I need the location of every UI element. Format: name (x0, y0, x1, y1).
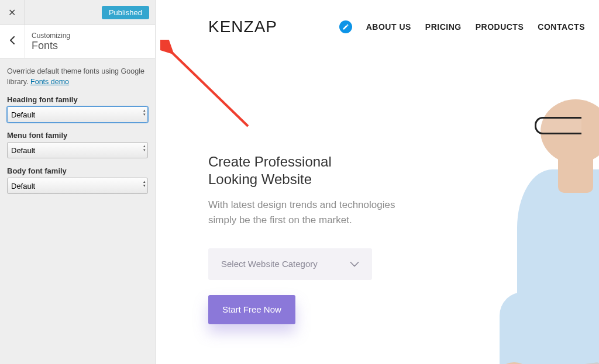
fonts-demo-link[interactable]: Fonts demo (30, 78, 69, 86)
section-description: Override default theme fonts using Googl… (0, 58, 155, 93)
category-select-placeholder: Select Website Category (221, 259, 318, 269)
close-icon: ✕ (8, 7, 16, 18)
nav-about[interactable]: ABOUT US (366, 22, 411, 32)
control-label: Heading font family (7, 95, 148, 104)
chevron-down-icon (350, 259, 359, 269)
hero-subtitle: With latest design trends and technologi… (208, 197, 401, 228)
menu-font-select[interactable]: Default (7, 142, 148, 158)
site-logo[interactable]: KENZAP (208, 18, 277, 36)
hero-title: Create Professional Looking Website (208, 153, 401, 188)
close-customizer-button[interactable]: ✕ (0, 0, 25, 25)
body-font-select[interactable]: Default (7, 178, 148, 194)
nav-products[interactable]: PRODUCTS (476, 22, 524, 32)
nav-pricing[interactable]: PRICING (425, 22, 462, 32)
control-body-font: Body font family Default ▴▾ (0, 164, 155, 200)
publish-button[interactable]: Published (102, 6, 149, 19)
control-menu-font: Menu font family Default ▴▾ (0, 129, 155, 164)
customizer-sidebar: ✕ Published Customizing Fonts Override d… (0, 0, 156, 364)
start-free-button[interactable]: Start Free Now (208, 295, 295, 324)
customizer-section-header: Customizing Fonts (0, 25, 155, 58)
control-heading-font: Heading font family Default ▴▾ (0, 93, 155, 129)
customizer-topbar: ✕ Published (0, 0, 155, 25)
control-label: Menu font family (7, 131, 148, 140)
pencil-icon (342, 23, 349, 30)
customizing-label: Customizing (32, 32, 70, 40)
nav-contacts[interactable]: CONTACTS (538, 22, 585, 32)
edit-shortcut-button[interactable] (339, 20, 352, 33)
hero-person-image (494, 70, 599, 364)
hero-section: Create Professional Looking Website With… (156, 42, 401, 324)
back-button[interactable] (0, 25, 25, 58)
control-label: Body font family (7, 167, 148, 175)
preview-pane: KENZAP ABOUT US PRICING PRODUCTS CONTACT… (156, 0, 599, 364)
section-title: Fonts (32, 40, 70, 52)
chevron-left-icon (9, 36, 15, 47)
primary-nav: ABOUT US PRICING PRODUCTS CONTACTS (339, 20, 585, 33)
heading-font-select[interactable]: Default (7, 106, 148, 123)
site-header: KENZAP ABOUT US PRICING PRODUCTS CONTACT… (156, 0, 599, 42)
category-select[interactable]: Select Website Category (208, 248, 372, 280)
